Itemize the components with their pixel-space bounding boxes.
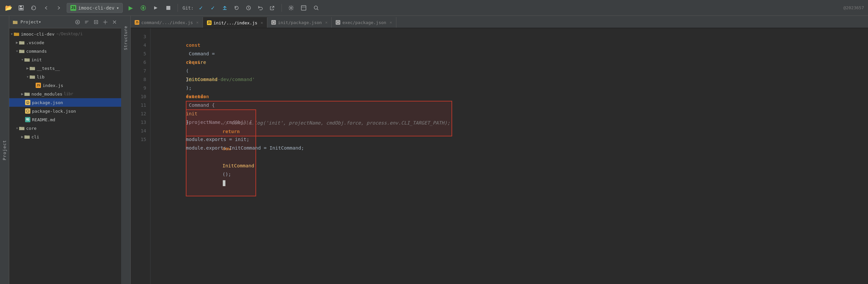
run-icon[interactable]: ▶ [126,3,135,12]
readmemd-filename: README.md [32,117,55,122]
svg-point-25 [26,110,29,112]
code-line-10[interactable]: // console.log('init', projectName, cmdO… [157,92,868,101]
toolbar: 📂 JS imooc-cli-dev ▾ ▶ [0,0,868,16]
add-icon[interactable] [74,19,81,25]
tree-init[interactable]: ▾ init [9,55,121,64]
code-line-11[interactable]: return new InitCommand (); [157,101,868,109]
main-area: Project Project▾ [0,16,868,284]
project-sidebar-label: Project [0,16,9,284]
vscode-folder-icon [19,40,24,44]
dropdown-arrow: ▾ [117,5,119,10]
code-editor: 3 4 5 6 7 8 9 10 11 12 13 14 15 const Co… [131,28,868,284]
root-folder-icon [14,32,19,36]
collapse-all-icon[interactable] [84,19,90,25]
file-tree-content: ▾ imooc-cli-dev ~/Desktop/i ▶ .vscode [9,28,121,284]
tree-packagelock-json[interactable]: package-lock.json [9,107,121,115]
svg-point-15 [104,22,106,23]
tab2-close[interactable]: ✕ [261,21,263,25]
separator-1 [178,4,178,12]
code-line-3[interactable]: const Command = require ( '@imooc-cli-de… [157,32,868,41]
cli-folder-icon [24,135,30,139]
code-line-12[interactable]: } [157,109,868,118]
svg-point-4 [142,7,144,9]
close-tree-icon[interactable] [111,19,118,25]
tests-folder-name: __tests__ [37,66,60,71]
git-check-icon[interactable]: ✓ [196,3,206,12]
tab1-label: command/.../index.js [141,20,193,25]
js-project-icon: JS [70,5,76,11]
back-icon[interactable] [41,3,51,12]
settings-tree-icon[interactable] [102,19,108,25]
packagejson-filename: package.json [32,100,63,105]
ln-13: 13 [131,118,150,127]
svg-rect-1 [20,6,22,7]
nodemodules-extra: libr [64,92,73,96]
code-line-5[interactable]: class InitCommand extends Command { [157,49,868,58]
code-line-14[interactable]: module.exports = init; [157,127,868,135]
svg-point-29 [337,21,339,24]
settings-icon[interactable] [286,3,296,12]
git-checkmark-icon[interactable]: ✓ [208,3,217,12]
tab-exec-package[interactable]: exec/package.json ✕ [332,17,396,28]
code-line-15[interactable]: module.exports.InitCommand = InitCommand… [157,135,868,144]
tab3-close[interactable]: ✕ [325,20,328,25]
tree-root[interactable]: ▾ imooc-cli-dev ~/Desktop/i [9,30,121,38]
debug-icon[interactable] [138,3,148,12]
tab4-json-icon [336,20,340,25]
tree-package-json[interactable]: j package.json [9,98,121,107]
tab4-label: exec/package.json [342,20,386,25]
structure-sidebar: Structure [121,16,131,284]
forward-icon[interactable] [54,3,63,12]
code-line-7[interactable]: } [157,67,868,75]
tab-command-index[interactable]: JS command/.../index.js ✕ [131,17,203,28]
window-icon[interactable] [299,3,308,12]
git-push-icon[interactable] [220,3,229,12]
stop-icon[interactable] [164,3,173,12]
tree-vscode[interactable]: ▶ .vscode [9,38,121,47]
tree-lib[interactable]: ▾ lib [9,72,121,81]
git-history-icon[interactable] [244,3,253,12]
tree-readme-md[interactable]: MD README.md [9,115,121,124]
tree-node-modules[interactable]: ▶ node_modules libr [9,90,121,98]
project-selector[interactable]: JS imooc-cli-dev ▾ [67,3,123,13]
tree-core[interactable]: ▾ core [9,124,121,133]
ln-7: 7 [131,67,150,75]
svg-point-28 [272,21,275,24]
tab2-js-icon: JS [207,21,212,25]
save-icon[interactable] [17,3,26,12]
svg-rect-7 [166,6,170,10]
project-label-text: Project [2,140,7,160]
ln-5: 5 [131,49,150,58]
tree-commands[interactable]: ▾ commands [9,47,121,55]
git-revert-icon[interactable] [232,3,241,12]
refresh-icon[interactable] [29,3,38,12]
file-tree-header: Project▾ [9,16,121,28]
open-folder-icon[interactable]: 📂 [4,3,13,12]
packagejson-file-icon: j [25,100,30,105]
tree-cli[interactable]: ▶ cli [9,133,121,141]
tab1-close[interactable]: ✕ [196,20,199,25]
tab2-label: init/.../index.js [214,21,257,25]
code-content[interactable]: const Command = require ( '@imooc-cli-de… [151,28,868,284]
tab4-close[interactable]: ✕ [390,20,392,25]
code-line-9[interactable]: function init (projectName, cmdObj) { [157,84,868,92]
tab-init-index[interactable]: JS init/.../index.js ✕ [203,17,267,28]
tree-tests[interactable]: ▶ __tests__ [9,64,121,72]
search-icon[interactable] [312,3,321,12]
svg-rect-2 [20,8,23,9]
git-undo-icon[interactable] [256,3,265,12]
svg-rect-11 [301,7,306,7]
tab-init-package[interactable]: init/package.json ✕ [267,17,332,28]
expand-all-icon[interactable] [93,19,99,25]
git-external-icon[interactable] [268,3,277,12]
readmemd-file-icon: MD [25,117,30,122]
ln-15: 15 [131,135,150,144]
init-folder-name: init [31,57,41,62]
step-over-icon[interactable] [151,3,160,12]
code-line-8 [157,75,868,84]
root-folder-path: ~/Desktop/i [56,32,83,36]
ln-4: 4 [131,41,150,49]
tests-folder-icon [30,66,35,70]
ln-8: 8 [131,75,150,84]
tree-index-js[interactable]: JS index.js [9,81,121,90]
